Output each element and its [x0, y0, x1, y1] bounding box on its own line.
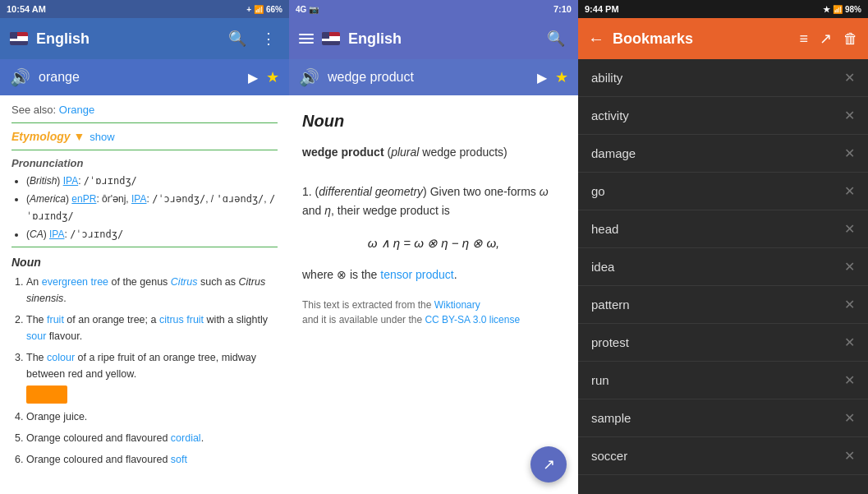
play-button-2[interactable]: ▶	[537, 70, 547, 85]
bookmark-item-idea[interactable]: idea ✕	[578, 248, 868, 286]
pron-item-1: (British) IPA: /ˈɒɹɪndʒ/	[26, 173, 278, 189]
back-button[interactable]: ←	[588, 30, 604, 48]
pron-item-3: (CA) IPA: /ˈɔɹɪndʒ/	[26, 226, 278, 242]
play-button-1[interactable]: ▶	[248, 70, 258, 85]
share-icon-header[interactable]: ↗	[820, 30, 832, 48]
bookmark-item-activity[interactable]: activity ✕	[578, 97, 868, 135]
plural-value: wedge products	[422, 145, 503, 159]
math-formula: ω ∧ η = ω ⊗ η − η ⊗ ω,	[302, 233, 565, 254]
divider-3	[11, 247, 278, 247]
etymology-title: Etymology ▼	[11, 130, 85, 143]
bookmark-item-soccer[interactable]: soccer ✕	[578, 437, 868, 475]
bookmark-word-run: run	[591, 373, 609, 387]
remove-bookmark-idea[interactable]: ✕	[844, 259, 855, 275]
bookmark-word-go: go	[591, 184, 605, 198]
flag-icon-1	[10, 32, 28, 45]
def-number: 1. (differential geometry) Given two one…	[302, 182, 565, 222]
license-link[interactable]: CC BY-SA 3.0 license	[425, 314, 520, 325]
wiktionary-link[interactable]: Wiktionary	[434, 299, 480, 311]
divider-1	[11, 122, 278, 123]
bookmark-word-idea: idea	[591, 260, 614, 274]
remove-bookmark-head[interactable]: ✕	[844, 221, 855, 237]
bookmark-word-pattern: pattern	[591, 298, 630, 312]
status-bar-3: 9:44 PM ★ 📶 98%	[578, 0, 868, 18]
panel-english-orange: 10:54 AM + 📶 66% English 🔍 ⋮ 🔊 orange ▶ …	[0, 0, 289, 494]
bookmark-item-protest[interactable]: protest ✕	[578, 324, 868, 362]
search-icon-2[interactable]: 🔍	[544, 26, 568, 51]
battery-icon: 66%	[266, 5, 282, 14]
etymology-section: Etymology ▼ show	[11, 130, 278, 143]
see-also-link[interactable]: Orange	[59, 104, 94, 116]
def-item-3: The colour of a ripe fruit of an orange …	[26, 349, 278, 404]
word-display-1: orange	[39, 70, 240, 85]
def-item-5: Orange coloured and flavoured cordial.	[26, 430, 278, 446]
favorite-button-2[interactable]: ★	[555, 68, 568, 86]
more-icon-1[interactable]: ⋮	[258, 26, 279, 51]
word-bar-1: 🔊 orange ▶ ★	[0, 59, 289, 95]
menu-icon-2[interactable]	[299, 34, 314, 44]
status-bar-2: 4G 📷 7:10	[289, 0, 578, 18]
battery-icon-3: 98%	[845, 5, 861, 14]
time-3: 9:44 PM	[585, 4, 619, 14]
bookmark-item-head[interactable]: head ✕	[578, 210, 868, 248]
remove-bookmark-pattern[interactable]: ✕	[844, 297, 855, 312]
time-2: 7:10	[553, 4, 572, 14]
favorite-button-1[interactable]: ★	[266, 68, 279, 86]
content-wrapper-2: Noun wedge product (plural wedge product…	[289, 95, 578, 494]
panel-bookmarks: 9:44 PM ★ 📶 98% ← Bookmarks ≡ ↗ 🗑 abilit…	[578, 0, 868, 494]
app-header-1: English 🔍 ⋮	[0, 18, 289, 59]
remove-bookmark-soccer[interactable]: ✕	[844, 448, 855, 464]
share-icon: ↗	[543, 455, 555, 473]
status-bar-1: 10:54 AM + 📶 66%	[0, 0, 289, 18]
divider-2	[11, 150, 278, 150]
bluetooth-icon-3: ★	[823, 5, 830, 14]
bookmark-item-ability[interactable]: ability ✕	[578, 59, 868, 97]
remove-bookmark-ability[interactable]: ✕	[844, 70, 855, 85]
signal-2: 4G 📷	[296, 5, 319, 14]
sort-icon[interactable]: ≡	[799, 30, 808, 48]
bookmark-word-head: head	[591, 222, 618, 236]
definitions-list-1: An evergreen tree of the genus Citrus su…	[11, 274, 278, 468]
def-item-4: Orange juice.	[26, 409, 278, 425]
remove-bookmark-damage[interactable]: ✕	[844, 145, 855, 161]
noun-heading-2: Noun	[302, 107, 565, 135]
remove-bookmark-go[interactable]: ✕	[844, 183, 855, 199]
wifi-icon: 📶	[254, 5, 264, 14]
bookmark-word-soccer: soccer	[591, 449, 627, 463]
share-fab-button[interactable]: ↗	[530, 446, 567, 482]
remove-bookmark-activity[interactable]: ✕	[844, 108, 855, 123]
speaker-icon-2[interactable]: 🔊	[299, 67, 319, 87]
remove-bookmark-sample[interactable]: ✕	[844, 410, 855, 426]
flag-icon-2	[322, 32, 340, 45]
remove-bookmark-run[interactable]: ✕	[844, 372, 855, 388]
bookmark-list: ability ✕ activity ✕ damage ✕ go ✕ head …	[578, 59, 868, 494]
def-item-6: Orange coloured and flavoured soft	[26, 451, 278, 468]
noun-title-1: Noun	[11, 256, 278, 269]
speaker-icon-1[interactable]: 🔊	[10, 67, 30, 87]
bookmarks-title: Bookmarks	[613, 30, 791, 48]
app-title-1: English	[36, 30, 217, 48]
tensor-product-link[interactable]: tensor product	[380, 268, 454, 281]
remove-bookmark-protest[interactable]: ✕	[844, 335, 855, 350]
app-title-2: English	[348, 30, 535, 48]
def-item-2: The fruit of an orange tree; a citrus fr…	[26, 312, 278, 344]
delete-icon[interactable]: 🗑	[843, 30, 858, 48]
bookmark-item-run[interactable]: run ✕	[578, 362, 868, 399]
content-area-2: Noun wedge product (plural wedge product…	[289, 95, 578, 339]
definition-text-2: wedge product (plural wedge products)	[302, 143, 565, 163]
bookmark-word-ability: ability	[591, 71, 622, 85]
bookmark-item-go[interactable]: go ✕	[578, 173, 868, 210]
etymology-show[interactable]: show	[90, 131, 114, 143]
time-1: 10:54 AM	[7, 4, 46, 14]
bookmark-item-pattern[interactable]: pattern ✕	[578, 286, 868, 324]
bookmark-item-sample[interactable]: sample ✕	[578, 399, 868, 437]
word-display-2: wedge product	[328, 70, 529, 85]
search-icon-1[interactable]: 🔍	[225, 26, 250, 51]
bookmark-word-sample: sample	[591, 411, 631, 425]
bookmark-word-activity: activity	[591, 108, 629, 122]
pronunciation-header: Pronunciation	[11, 157, 278, 169]
see-also-1: See also: Orange	[11, 104, 278, 116]
bookmark-item-damage[interactable]: damage ✕	[578, 135, 868, 173]
orange-color-swatch	[26, 386, 67, 404]
source-attribution: This text is extracted from the Wiktiona…	[302, 298, 565, 327]
